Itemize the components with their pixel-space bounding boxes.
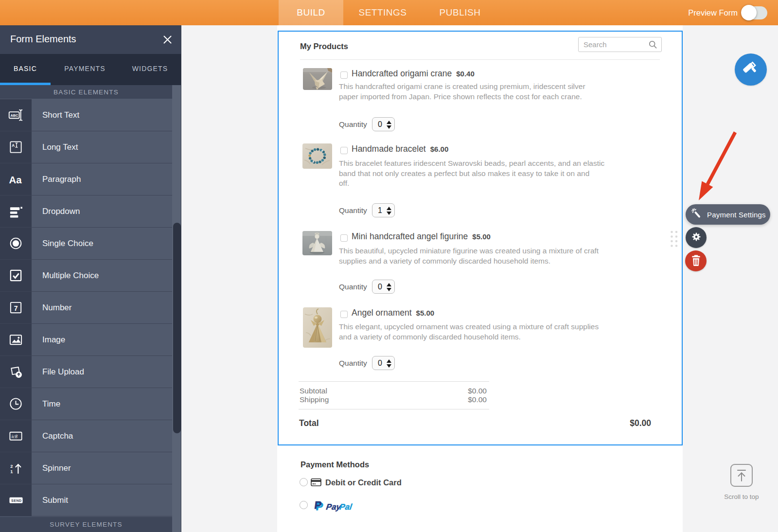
sidebar-item-paragraph[interactable]: AaParagraph: [0, 163, 172, 195]
shipping-value: $0.00: [389, 395, 487, 404]
trash-icon: [690, 254, 702, 268]
sidebar-item-spinner[interactable]: 21Spinner: [0, 452, 172, 484]
product-title: Angel ornament$5.00: [352, 308, 434, 318]
sidebar-item-label: Submit: [42, 484, 68, 516]
product-description: This beautiful, upcycled miniature figur…: [339, 246, 670, 266]
stepper-arrows-icon[interactable]: [387, 121, 391, 129]
summary-divider-top: [299, 381, 489, 382]
sidebar-item-time[interactable]: Time: [0, 388, 172, 420]
product-name: Handcrafted origami crane: [352, 69, 452, 78]
payment-settings-button[interactable]: Payment Settings: [686, 204, 770, 225]
sidebar-item-label: Single Choice: [42, 228, 93, 259]
submit-icon: SEND: [0, 484, 32, 516]
quantity-stepper[interactable]: 0: [372, 356, 395, 370]
sidebar-item-multiple-choice[interactable]: Multiple Choice: [0, 260, 172, 291]
quantity-stepper[interactable]: 0: [372, 117, 395, 131]
quantity-label: Quantity: [339, 120, 367, 129]
paragraph-icon: Aa: [0, 163, 32, 195]
section-header-basic-elements: BASIC ELEMENTS: [0, 85, 172, 99]
product-price: $0.40: [456, 70, 475, 78]
product-title: Handcrafted origami crane$0.40: [352, 69, 475, 79]
product-checkbox[interactable]: [340, 71, 348, 79]
product-search-input[interactable]: [584, 37, 647, 52]
form-elements-title: Form Elements: [10, 34, 76, 45]
drag-handle-dots[interactable]: [670, 230, 678, 248]
form-elements-header: Form Elements: [0, 25, 181, 54]
payment-settings-label: Payment Settings: [707, 211, 766, 219]
sidebar-item-number[interactable]: 7Number: [0, 292, 172, 323]
product-checkbox[interactable]: [340, 147, 348, 154]
sidebar-item-label: Time: [42, 388, 60, 420]
quantity-label: Quantity: [339, 359, 367, 368]
sidebar-item-single-choice[interactable]: Single Choice: [0, 228, 172, 259]
product-title: Mini handcrafted angel figurine$5.00: [352, 231, 491, 242]
product-checkbox[interactable]: [340, 311, 348, 318]
field-settings-button[interactable]: [686, 227, 707, 248]
tab-settings[interactable]: SETTINGS: [343, 0, 422, 25]
form-designer-button[interactable]: [735, 53, 767, 86]
long-text-icon: A: [0, 131, 32, 163]
sidebar-item-long-text[interactable]: ALong Text: [0, 131, 172, 163]
products-header-divider: [300, 59, 660, 60]
total-value: $0.00: [554, 418, 651, 428]
stepper-arrows-icon[interactable]: [387, 283, 391, 291]
toggle-knob: [741, 5, 757, 20]
top-nav-tabs: BUILD SETTINGS PUBLISH: [279, 0, 498, 25]
quantity-value: 1: [378, 206, 382, 215]
card-option-label: Debit or Credit Card: [325, 478, 402, 487]
sidebar-item-dropdown[interactable]: Dropdown: [0, 195, 172, 227]
preview-form-label: Preview Form: [688, 8, 738, 18]
short-text-icon: ABC: [0, 99, 32, 131]
svg-text:2: 2: [10, 464, 13, 469]
sidebar-scrollbar-thumb[interactable]: [173, 223, 181, 433]
product-name: Handmade bracelet: [352, 144, 426, 154]
close-icon[interactable]: [163, 35, 172, 44]
product-image-origami-crane: [303, 68, 332, 90]
sidebar-tab-payments[interactable]: PAYMENTS: [51, 54, 119, 83]
delete-field-button[interactable]: [685, 250, 707, 271]
svg-text:ic8: ic8: [11, 434, 17, 439]
sidebar-item-label: Long Text: [42, 131, 78, 163]
scroll-to-top-button[interactable]: Scroll to top: [720, 464, 763, 500]
quantity-value: 0: [378, 120, 382, 129]
form-elements-panel: Form Elements BASIC PAYMENTS WIDGETS BAS…: [0, 25, 181, 532]
product-image-angel-figurine: [302, 231, 332, 255]
search-icon[interactable]: [649, 40, 657, 51]
svg-text:ABC: ABC: [10, 113, 18, 118]
stepper-arrows-icon[interactable]: [387, 359, 391, 368]
product-name: Mini handcrafted angel figurine: [352, 231, 468, 241]
magic-wand-icon: [691, 208, 703, 221]
tab-publish[interactable]: PUBLISH: [422, 0, 498, 25]
sidebar-item-short-text[interactable]: ABCShort Text: [0, 99, 172, 131]
subtotal-value: $0.00: [389, 387, 487, 395]
sidebar-tab-basic[interactable]: BASIC: [0, 54, 51, 83]
quantity-stepper[interactable]: 0: [372, 280, 395, 294]
sidebar-item-label: Spinner: [42, 452, 71, 484]
time-icon: [0, 388, 32, 420]
sidebar-item-file-upload[interactable]: File Upload: [0, 356, 172, 388]
quantity-value: 0: [378, 359, 382, 368]
preview-form-toggle[interactable]: [742, 6, 767, 19]
total-label: Total: [299, 418, 319, 428]
sidebar-item-label: Number: [42, 292, 71, 323]
product-checkbox[interactable]: [340, 234, 348, 242]
subtotal-label: Subtotal: [300, 387, 327, 395]
sidebar-item-image[interactable]: Image: [0, 324, 172, 355]
product-price: $5.00: [416, 309, 435, 317]
sidebar-item-captcha[interactable]: ic8Captcha: [0, 420, 172, 452]
card-radio-button[interactable]: [300, 478, 308, 486]
product-title: Handmade bracelet$6.00: [352, 144, 448, 154]
paypal-radio-button[interactable]: [300, 501, 308, 509]
paint-roller-icon: [742, 60, 760, 79]
scroll-to-top-icon: [730, 464, 753, 487]
sidebar-tab-widgets[interactable]: WIDGETS: [119, 54, 181, 83]
tab-build[interactable]: BUILD: [279, 0, 343, 25]
quantity-stepper[interactable]: 1: [372, 203, 395, 217]
sidebar-item-label: Captcha: [42, 420, 73, 452]
stepper-arrows-icon[interactable]: [387, 207, 391, 215]
image-icon: [0, 324, 32, 355]
sidebar-item-submit[interactable]: SENDSubmit: [0, 484, 172, 516]
gear-icon: [690, 231, 702, 245]
product-name: Angel ornament: [352, 308, 412, 318]
product-image-bracelet: [302, 143, 332, 169]
